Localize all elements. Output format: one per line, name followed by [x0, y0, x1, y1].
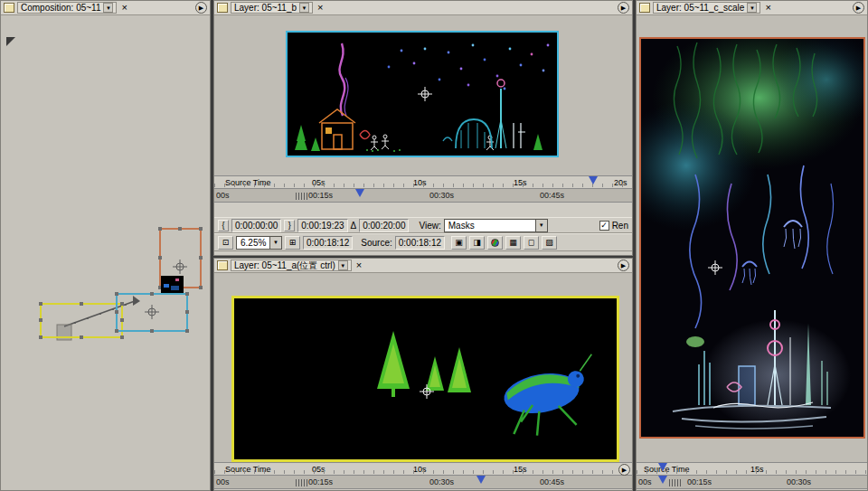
view-options-row: ⊡ 6.25% ▼ ⊞ 0:00:18:12 Source: 0:00:18:1… [214, 233, 632, 251]
snapshot-icon[interactable]: ▣ [451, 236, 467, 250]
composition-viewport[interactable] [1, 15, 210, 490]
current-time-indicator[interactable] [589, 176, 598, 184]
chevron-down-icon[interactable]: ▼ [103, 3, 113, 13]
nav-tick: 00:30s [429, 477, 454, 486]
channels-icon[interactable] [487, 236, 503, 250]
render-checkbox[interactable]: ✓ [599, 221, 609, 231]
layer-b-image[interactable] [286, 31, 559, 157]
layer-icon [639, 3, 650, 13]
tab-composition-label: Composition: 05~11 [21, 3, 100, 13]
layer-a-artwork [234, 298, 617, 459]
panel-menu-button[interactable]: ▶ [618, 2, 629, 14]
anchor-crosshair-icon[interactable] [145, 305, 159, 319]
zoom-value: 6.25% [237, 237, 269, 249]
tick-marks [214, 184, 632, 187]
chevron-down-icon[interactable]: ▼ [747, 3, 757, 13]
rgb-circle-icon [491, 239, 499, 247]
navigator-shuttle[interactable] [296, 193, 308, 200]
layer-b-artwork [288, 33, 557, 156]
zoom-dropdown[interactable]: 6.25% ▼ [236, 236, 282, 250]
nav-tick: 00:45s [540, 191, 564, 200]
show-snapshot-icon[interactable]: ◨ [469, 236, 485, 250]
composition-wireframes [1, 15, 210, 490]
navigator-time-marker[interactable] [476, 476, 486, 484]
source-label: Source: [361, 238, 392, 248]
close-icon[interactable]: × [119, 3, 128, 13]
tab-composition[interactable]: Composition: 05~11 ▼ [17, 2, 117, 14]
layer-b-panel: Layer: 05~11_b ▼ × ▶ [213, 0, 633, 256]
layer-c-navigator[interactable]: 00s 00:15s 00:30s [637, 476, 867, 489]
tab-layer-a[interactable]: Layer: 05~11_a(位置 ctrl) ▼ [231, 260, 352, 271]
layer-a-time-ruler[interactable]: Source Time 05s 10s 15s ▶ [214, 462, 632, 476]
layer-icon [217, 260, 228, 270]
layer-a-viewport[interactable] [214, 273, 632, 462]
time-controls-row: { 0:00:00:00 } 0:00:19:23 Δ 0:00:20:00 V… [214, 217, 632, 233]
tab-layer-c-label: Layer: 05~11_c_scale [656, 3, 744, 13]
roi-icon[interactable]: ◻ [524, 236, 539, 250]
layer-c-time-ruler[interactable]: Source Time 15s [637, 462, 867, 476]
tab-layer-b[interactable]: Layer: 05~11_b ▼ [231, 2, 313, 14]
nav-tick: 00s [638, 477, 652, 486]
in-time-field[interactable]: 0:00:00:00 [231, 219, 281, 232]
layer-b-navigator[interactable]: 00s 00:15s 00:30s 00:45s [214, 189, 632, 203]
layer-b-viewport[interactable] [214, 15, 632, 175]
composition-tabbar: Composition: 05~11 ▼ × ▶ [1, 1, 210, 15]
ruler-menu-button[interactable]: ▶ [618, 464, 630, 476]
navigator-time-marker[interactable] [658, 476, 667, 484]
panel-menu-button[interactable]: ▶ [618, 260, 629, 271]
chevron-down-icon: ▼ [535, 220, 547, 231]
after-effects-workspace: Composition: 05~11 ▼ × ▶ [0, 0, 868, 491]
render-label: Ren [612, 221, 628, 231]
anchor-crosshair-icon[interactable] [173, 260, 187, 274]
view-dropdown[interactable]: Masks ▼ [444, 219, 548, 232]
nav-tick: 00s [216, 477, 230, 486]
layer-c-image[interactable] [639, 37, 865, 439]
in-point-button[interactable]: { [218, 220, 229, 231]
panel-menu-button[interactable]: ▶ [195, 2, 207, 14]
always-preview-icon[interactable]: ⊡ [218, 236, 233, 250]
layer-c-panel: Layer: 05~11_c_scale ▼ × ▶ [636, 0, 868, 491]
nav-tick: 00:15s [308, 477, 333, 486]
layer-a-tabbar: Layer: 05~11_a(位置 ctrl) ▼ × ▶ [214, 259, 632, 273]
layer-b-tabbar: Layer: 05~11_b ▼ × ▶ [214, 1, 632, 15]
chevron-down-icon: ▼ [269, 237, 281, 249]
layer-a-image[interactable] [231, 296, 619, 462]
current-time-indicator[interactable] [658, 463, 667, 471]
layer-c-tabbar: Layer: 05~11_c_scale ▼ × ▶ [637, 1, 867, 15]
out-time-field[interactable]: 0:00:19:23 [297, 219, 347, 232]
layer-c-artwork [641, 39, 863, 437]
navigator-shuttle[interactable] [669, 479, 682, 486]
panel-menu-button[interactable]: ▶ [853, 2, 864, 14]
chevron-down-icon[interactable]: ▼ [338, 260, 348, 270]
view-label: View: [419, 221, 440, 231]
layer-c-viewport[interactable] [637, 15, 867, 462]
motion-path-arrow [133, 296, 140, 306]
source-time-field[interactable]: 0:00:18:12 [395, 236, 445, 250]
close-icon[interactable]: × [763, 3, 772, 13]
transparency-icon[interactable]: ▨ [542, 236, 557, 250]
check-icon: ✓ [600, 222, 608, 230]
layer-a-navigator[interactable]: 00s 00:15s 00:30s 00:45s [214, 476, 632, 489]
navigator-time-marker[interactable] [355, 189, 364, 197]
close-icon[interactable]: × [354, 260, 363, 270]
nav-tick: 00:30s [787, 477, 811, 486]
chevron-down-icon[interactable]: ▼ [299, 3, 309, 13]
layer-b-time-ruler[interactable]: Source Time 05s 10s 15s 20s [214, 175, 632, 189]
out-point-button[interactable]: } [284, 220, 295, 231]
delta-icon: Δ [351, 221, 357, 231]
navigator-shuttle[interactable] [296, 479, 308, 486]
safe-zones-icon[interactable]: ⊞ [285, 236, 300, 250]
resolution-icon[interactable]: ▦ [505, 236, 521, 250]
tab-layer-c[interactable]: Layer: 05~11_c_scale ▼ [653, 2, 760, 14]
layer-icon [217, 3, 228, 13]
composition-panel: Composition: 05~11 ▼ × ▶ [0, 0, 211, 491]
tick-marks [214, 470, 632, 474]
nav-tick: 00:45s [540, 477, 564, 486]
close-icon[interactable]: × [316, 3, 325, 13]
current-time-field[interactable]: 0:00:18:12 [303, 236, 353, 250]
nav-tick: 00:15s [308, 191, 333, 200]
tab-layer-a-label: Layer: 05~11_a(位置 ctrl) [234, 260, 335, 272]
window-doodle [326, 127, 332, 134]
view-dropdown-value: Masks [445, 220, 535, 231]
tab-layer-b-label: Layer: 05~11_b [234, 3, 297, 13]
